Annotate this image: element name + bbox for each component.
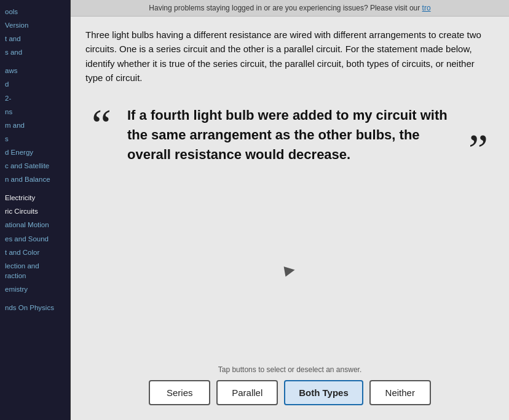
- cursor-area: ▶: [85, 181, 494, 360]
- sidebar-item-2[interactable]: 2-: [0, 91, 70, 105]
- sidebar-item-d-energy[interactable]: d Energy: [0, 146, 70, 159]
- notice-bar: Having problems staying logged in or are…: [71, 0, 509, 17]
- sidebar-item-n-and-balance[interactable]: n and Balance: [0, 173, 70, 186]
- answer-buttons: Series Parallel Both Types Neither: [85, 380, 494, 405]
- quote-text: If a fourth light bulb were added to my …: [127, 102, 452, 168]
- answer-section: Tap buttons to select or deselect an ans…: [85, 360, 494, 411]
- sidebar-item-emistry[interactable]: emistry: [0, 282, 70, 296]
- sidebar-item-s-and[interactable]: s and: [0, 45, 70, 59]
- both-types-button[interactable]: Both Types: [284, 380, 363, 405]
- content-area: Three light bulbs having a different res…: [71, 17, 509, 420]
- sidebar-item-version[interactable]: Version: [0, 18, 70, 32]
- sidebar-item-nds-on-physics[interactable]: nds On Physics: [0, 301, 70, 314]
- notice-text: Having problems staying logged in or are…: [149, 4, 420, 12]
- sidebar-item-t-and-color[interactable]: t and Color: [0, 246, 70, 259]
- sidebar: ools Version t and s and aws d 2- ns m a…: [0, 0, 71, 420]
- sidebar-item-d[interactable]: d: [0, 77, 70, 91]
- sidebar-item-electricity[interactable]: Electricity: [0, 191, 70, 204]
- sidebar-item-s[interactable]: s: [0, 132, 70, 146]
- sidebar-item-tools[interactable]: ools: [0, 5, 70, 18]
- neither-button[interactable]: Neither: [369, 380, 431, 405]
- parallel-button[interactable]: Parallel: [216, 380, 278, 405]
- sidebar-item-ric-circuits[interactable]: ric Circuits: [0, 204, 70, 218]
- intro-text: Three light bulbs having a different res…: [85, 28, 494, 85]
- sidebar-item-lection-and-raction[interactable]: lection and raction: [0, 259, 70, 282]
- sidebar-item-ns[interactable]: ns: [0, 105, 70, 119]
- cursor-icon: ▶: [283, 262, 296, 279]
- sidebar-divider-1: [0, 59, 70, 64]
- main-content: Having problems staying logged in or are…: [71, 0, 509, 420]
- close-quote-mark: ”: [457, 133, 488, 168]
- quote-block: “ If a fourth light bulb were added to m…: [85, 102, 494, 168]
- sidebar-item-m-and[interactable]: m and: [0, 119, 70, 132]
- sidebar-divider-3: [0, 296, 70, 301]
- sidebar-item-and-satellite[interactable]: c and Satellite: [0, 159, 70, 173]
- sidebar-item-ational-motion[interactable]: ational Motion: [0, 218, 70, 231]
- sidebar-item-es-and-sound[interactable]: es and Sound: [0, 232, 70, 246]
- open-quote-mark: “: [92, 102, 122, 144]
- sidebar-item-aws[interactable]: aws: [0, 64, 70, 77]
- series-button[interactable]: Series: [149, 380, 210, 405]
- sidebar-divider-2: [0, 186, 70, 191]
- notice-link[interactable]: tro: [422, 4, 431, 12]
- sidebar-item-t-and[interactable]: t and: [0, 32, 70, 45]
- tap-instruction: Tap buttons to select or deselect an ans…: [85, 365, 494, 374]
